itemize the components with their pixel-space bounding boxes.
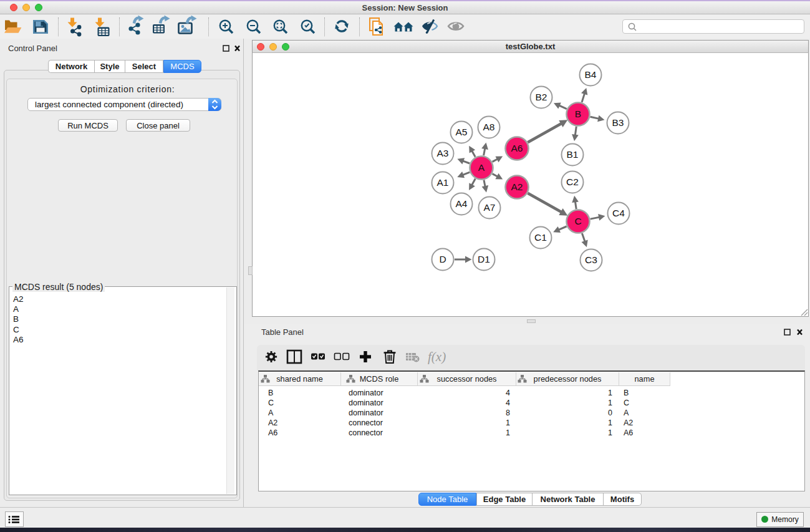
svg-text:f(x): f(x)	[428, 349, 446, 364]
svg-text:B4: B4	[585, 69, 597, 80]
svg-text:A4: A4	[456, 198, 468, 209]
svg-text:B3: B3	[612, 117, 624, 128]
svg-text:A2: A2	[511, 181, 523, 192]
svg-text:C3: C3	[585, 254, 597, 265]
svg-text:A6: A6	[511, 143, 523, 153]
svg-text:B1: B1	[567, 149, 579, 160]
svg-text:A1: A1	[437, 177, 449, 188]
svg-text:D: D	[439, 254, 446, 264]
svg-text:A8: A8	[483, 122, 495, 132]
svg-text:C: C	[574, 216, 581, 226]
svg-text:A5: A5	[456, 127, 468, 137]
svg-text:A7: A7	[484, 202, 496, 213]
svg-text:C2: C2	[566, 177, 579, 187]
svg-text:B2: B2	[536, 92, 547, 102]
svg-text:D1: D1	[478, 254, 490, 264]
svg-text:A: A	[478, 162, 485, 173]
svg-text:C1: C1	[534, 232, 547, 243]
svg-text:B: B	[575, 109, 581, 119]
svg-text:C4: C4	[612, 208, 625, 218]
svg-text:A3: A3	[437, 148, 449, 158]
